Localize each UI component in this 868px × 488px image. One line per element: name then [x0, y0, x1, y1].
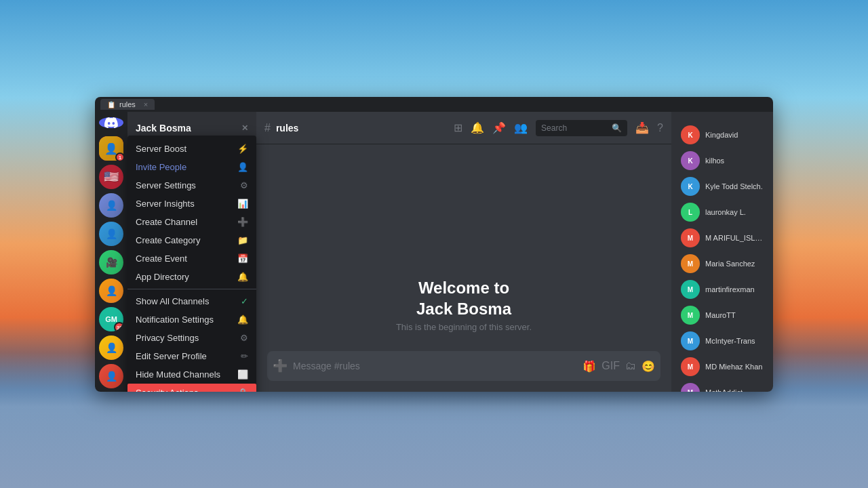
member-avatar-kingdavid: K	[681, 125, 700, 144]
member-name-md-miehaz: MD Miehaz Khan	[705, 363, 762, 371]
show-all-channels-icon: ✓	[241, 296, 248, 306]
help-button[interactable]: ?	[657, 122, 663, 134]
channel-sidebar: Jack Bosma ✕ Server Boost ⚡ Invite Peopl…	[127, 112, 256, 392]
menu-item-edit-server-profile[interactable]: Edit Server Profile ✏	[127, 347, 256, 365]
app-directory-label: App Directory	[136, 272, 189, 282]
menu-item-app-directory[interactable]: App Directory 🔔	[127, 268, 256, 286]
member-name-mcintyer: McIntyer-Trans	[705, 337, 755, 345]
members-list: K Kingdavid K kilhos K Kyle Todd Stelch.…	[671, 112, 773, 392]
chat-area: # rules ⊞ 🔔 📌 👥 🔍 📥 ?	[256, 112, 671, 392]
thread-button[interactable]: ⊞	[454, 121, 462, 134]
server-icon-3[interactable]: 👤	[99, 193, 123, 218]
edit-server-profile-label: Edit Server Profile	[136, 351, 207, 361]
welcome-title: Welcome to Jack Bosma	[267, 277, 660, 319]
chat-search-bar[interactable]: 🔍	[536, 120, 627, 136]
menu-item-server-boost[interactable]: Server Boost ⚡	[127, 140, 256, 158]
server-icon-8[interactable]: 👤	[99, 336, 123, 360]
member-item-kilhos[interactable]: K kilhos	[677, 148, 768, 173]
members-list-button[interactable]: 👥	[514, 121, 528, 134]
menu-item-server-settings[interactable]: Server Settings ⚙	[127, 176, 256, 195]
server-settings-label: Server Settings	[136, 180, 196, 190]
menu-item-create-channel[interactable]: Create Channel ➕	[127, 213, 256, 231]
title-bar-tab[interactable]: 📋 rules ×	[100, 99, 155, 110]
server-boost-icon: ⚡	[237, 144, 248, 154]
member-item-mcintyer[interactable]: M McIntyer-Trans	[677, 329, 768, 353]
discord-body: 👤 1 🇺🇸 👤 👤 🎥 👤 GM 38	[95, 112, 773, 392]
server-icon-7[interactable]: GM 38	[99, 307, 123, 331]
gift-button[interactable]: 🎁	[583, 360, 596, 373]
menu-item-privacy-settings[interactable]: Privacy Settings ⚙	[127, 329, 256, 347]
member-item-maurott[interactable]: M MauroTT	[677, 303, 768, 327]
member-item-kyle-todd[interactable]: K Kyle Todd Stelch.	[677, 174, 768, 199]
member-avatar-kyle-todd: K	[681, 177, 700, 196]
security-actions-icon: 🔒	[237, 388, 248, 392]
server-insights-icon: 📊	[237, 199, 248, 209]
member-item-md-miehaz[interactable]: M MD Miehaz Khan	[677, 354, 768, 379]
member-name-maurott: MauroTT	[705, 311, 736, 319]
member-name-m-ariful: M ARIFUL_ISLAM	[705, 234, 764, 242]
app-directory-icon: 🔔	[237, 272, 248, 282]
welcome-line1: Welcome to	[418, 279, 509, 297]
menu-item-create-event[interactable]: Create Event 📅	[127, 249, 256, 268]
emoji-button[interactable]: 😊	[642, 360, 655, 373]
inbox-button[interactable]: 📥	[635, 121, 649, 134]
notification-bell-button[interactable]: 🔔	[471, 121, 484, 134]
security-actions-label: Security Actions	[136, 388, 199, 392]
channel-hash-icon-header: #	[264, 122, 271, 134]
message-input[interactable]	[293, 361, 577, 371]
member-item-meth-addict[interactable]: M MethAddict	[677, 380, 768, 392]
message-input-box: ➕ 🎁 GIF 🗂 😊	[267, 351, 660, 381]
member-item-martinfr[interactable]: M martinfirexman	[677, 277, 768, 302]
member-avatar-lauronkay: L	[681, 203, 700, 222]
server-icon-6[interactable]: 👤	[99, 279, 123, 303]
create-event-label: Create Event	[136, 253, 187, 264]
menu-item-show-all-channels[interactable]: Show All Channels ✓	[127, 292, 256, 310]
create-channel-label: Create Channel	[136, 217, 197, 227]
member-name-meth-addict: MethAddict	[705, 388, 743, 392]
server-name-text: Jack Bosma	[136, 123, 191, 134]
server-icon-2[interactable]: 🇺🇸	[99, 165, 123, 189]
server-icon-1[interactable]: 👤 1	[99, 136, 123, 161]
channel-name-header: rules	[276, 123, 298, 134]
welcome-subtitle: This is the beginning of this server.	[267, 322, 660, 332]
attachment-button[interactable]: ➕	[273, 359, 288, 373]
server-list: 👤 1 🇺🇸 👤 👤 🎥 👤 GM 38	[95, 112, 127, 392]
server-insights-label: Server Insights	[136, 199, 195, 209]
server-badge-1: 1	[115, 152, 125, 162]
menu-item-security-actions[interactable]: Security Actions 🔒	[127, 384, 256, 392]
chat-header-tools: ⊞ 🔔 📌 👥 🔍 📥 ?	[454, 120, 663, 136]
invite-people-icon: 👤	[237, 162, 248, 172]
menu-item-create-category[interactable]: Create Category 📁	[127, 231, 256, 249]
server-icon-9[interactable]: 👤	[99, 364, 123, 388]
create-event-icon: 📅	[237, 253, 248, 264]
invite-people-label: Invite People	[136, 162, 186, 172]
server-icon-4[interactable]: 👤	[99, 222, 123, 246]
member-item-maria[interactable]: M Maria Sanchez	[677, 251, 768, 276]
search-icon: 🔍	[612, 123, 622, 133]
member-item-lauronkay[interactable]: L lauronkay L.	[677, 200, 768, 224]
show-all-channels-label: Show All Channels	[136, 296, 209, 306]
chat-header: # rules ⊞ 🔔 📌 👥 🔍 📥 ?	[256, 112, 671, 144]
menu-item-notification-settings[interactable]: Notification Settings 🔔	[127, 310, 256, 329]
pin-button[interactable]: 📌	[492, 121, 506, 134]
tab-name: rules	[119, 100, 136, 108]
member-avatar-md-miehaz: M	[681, 357, 700, 376]
menu-item-hide-muted-channels[interactable]: Hide Muted Channels ⬜	[127, 365, 256, 384]
close-tab-button[interactable]: ×	[144, 100, 148, 108]
server-icon-5[interactable]: 🎥	[99, 250, 123, 274]
member-name-kilhos: kilhos	[705, 157, 724, 165]
menu-item-invite-people[interactable]: Invite People 👤	[127, 158, 256, 176]
gif-button[interactable]: GIF	[601, 360, 620, 372]
chat-search-input[interactable]	[541, 123, 609, 133]
sticker-button[interactable]: 🗂	[625, 360, 636, 372]
menu-item-server-insights[interactable]: Server Insights 📊	[127, 195, 256, 213]
discord-home-button[interactable]	[99, 117, 123, 128]
member-item-m-ariful[interactable]: M M ARIFUL_ISLAM	[677, 226, 768, 250]
member-avatar-martinfr: M	[681, 280, 700, 299]
server-badge-gm: 38	[114, 322, 123, 331]
member-avatar-m-ariful: M	[681, 228, 700, 247]
privacy-settings-label: Privacy Settings	[136, 333, 199, 343]
member-name-kyle-todd: Kyle Todd Stelch.	[705, 182, 763, 190]
member-item-kingdavid[interactable]: K Kingdavid	[677, 123, 768, 147]
chat-messages: Welcome to Jack Bosma This is the beginn…	[256, 144, 671, 346]
